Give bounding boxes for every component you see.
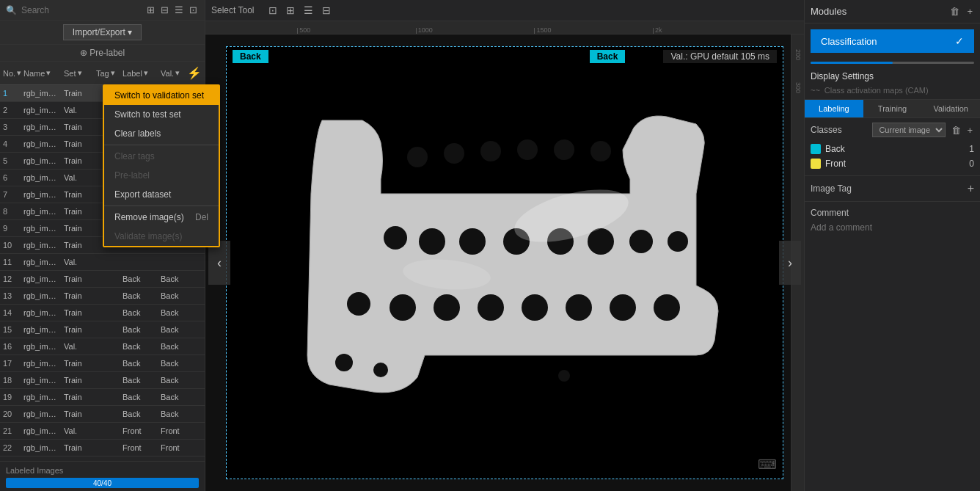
menu-item-switch-test[interactable]: Switch to test set [104, 105, 219, 124]
cell-label [120, 256, 158, 268]
search-input[interactable] [21, 5, 141, 15]
svg-point-24 [373, 363, 388, 377]
prelabel-bar: ⊕ Pre-label [0, 45, 205, 62]
table-header: No.▾ Name▾ Set▾ Tag▾ Label▾ Val.▾ ⚡ [0, 62, 205, 85]
tab-validation[interactable]: Validation [921, 100, 980, 117]
cell-val: Front [158, 442, 184, 454]
ruler-mark-500: 500 [297, 28, 310, 34]
display-settings-title: Display Settings [811, 71, 974, 81]
col-label[interactable]: Label▾ [120, 65, 158, 81]
right-panel: Modules 🗑 + Classification ✓ Display Set… [804, 0, 980, 491]
cell-set: Train [61, 121, 93, 133]
col-val[interactable]: Val.▾ [158, 65, 184, 81]
col-no[interactable]: No.▾ [0, 65, 21, 81]
cell-name: rgb_ima... [21, 341, 61, 352]
svg-point-8 [419, 228, 445, 255]
cell-val: Back [158, 307, 184, 319]
cell-set: Train [61, 273, 93, 285]
cell-val: Back [158, 273, 184, 285]
modules-delete-btn[interactable]: 🗑 [948, 4, 961, 18]
prelabel-button[interactable]: ⊕ Pre-label [80, 48, 125, 58]
import-export-button[interactable]: Import/Export ▾ [63, 24, 142, 40]
cell-name: rgb_ima... [21, 324, 61, 335]
svg-point-3 [480, 141, 501, 161]
cell-name: rgb_ima... [21, 442, 61, 454]
menu-item-switch-validation[interactable]: Switch to validation set [104, 86, 219, 105]
filter-icon1-btn[interactable]: ⊞ [145, 3, 156, 17]
col-tag[interactable]: Tag▾ [93, 65, 120, 81]
table-row[interactable]: 20 rgb_ima... Train Back Back [0, 406, 205, 423]
cell-label: Front [120, 459, 158, 461]
table-row[interactable]: 11 rgb_ima... Val. [0, 254, 205, 271]
class-name-front: Front [825, 159, 965, 169]
cell-name: rgb_ima... [21, 155, 61, 167]
cell-name: rgb_ima... [21, 290, 61, 302]
cell-name: rgb_ima... [21, 256, 61, 268]
col-name[interactable]: Name▾ [21, 65, 61, 81]
table-row[interactable]: 21 rgb_ima... Val. Front Front [0, 423, 205, 440]
svg-point-7 [384, 226, 407, 250]
menu-divider [104, 145, 219, 145]
classes-delete-btn[interactable]: 🗑 [950, 123, 962, 137]
table-row[interactable]: 14 rgb_ima... Train Back Back [0, 305, 205, 321]
cell-name: rgb_ima... [21, 206, 61, 217]
table-row[interactable]: 19 rgb_ima... Train Back Back [0, 389, 205, 406]
cell-tag [93, 256, 120, 268]
filter-icon2-btn[interactable]: ⊟ [159, 3, 170, 17]
ruler-row: 500 1000 1500 2k [205, 21, 804, 34]
svg-point-1 [407, 147, 428, 167]
table-row[interactable]: 16 rgb_ima... Val. Back Back [0, 338, 205, 355]
cell-set: Val. [61, 425, 93, 437]
nav-next-button[interactable]: › [779, 241, 801, 285]
cell-num: 1 [0, 87, 21, 99]
cell-set: Val. [61, 341, 93, 352]
table-row[interactable]: 13 rgb_ima... Train Back Back [0, 288, 205, 305]
tool-icon-4[interactable]: ⊟ [319, 3, 334, 18]
classification-button[interactable]: Classification ✓ [811, 29, 974, 53]
image-tag-add-btn[interactable]: + [968, 182, 974, 195]
modules-add-btn[interactable]: + [965, 4, 974, 18]
svg-point-4 [517, 139, 538, 160]
comment-input[interactable] [811, 222, 974, 233]
menu-item-remove-images[interactable]: Remove image(s)Del [104, 208, 219, 227]
cell-set: Train [61, 290, 93, 302]
tab-training[interactable]: Training [863, 100, 922, 117]
table-row[interactable]: 23 rgb_ima... Train Front Front [0, 457, 205, 461]
classes-add-btn[interactable]: + [965, 123, 974, 137]
cell-set: Train [61, 189, 93, 200]
svg-point-19 [522, 294, 548, 321]
current-image-dropdown[interactable]: Current image [872, 123, 946, 137]
table-row[interactable]: 22 rgb_ima... Train Front Front [0, 440, 205, 457]
cam-row: ~~ Class activation maps (CAM) [811, 86, 974, 95]
cell-name: rgb_ima... [21, 391, 61, 403]
canvas-image: Back Back Val.: GPU default 105 ms [226, 46, 783, 479]
tool-icon-1[interactable]: ⊡ [266, 3, 280, 18]
svg-point-2 [444, 143, 464, 164]
class-count-front: 0 [969, 159, 974, 169]
filter-icon4-btn[interactable]: ⊡ [188, 3, 199, 17]
mini-slider[interactable] [811, 62, 974, 64]
tool-icon-2[interactable]: ⊞ [283, 3, 298, 18]
svg-point-14 [668, 231, 688, 252]
cell-tag [93, 391, 120, 403]
cell-icon [184, 273, 205, 285]
cell-val: Back [158, 324, 184, 335]
col-set[interactable]: Set▾ [61, 65, 93, 81]
modules-icons: 🗑 + [948, 4, 974, 18]
filter-icon3-btn[interactable]: ☰ [173, 3, 185, 17]
canvas-area: ‹ Back Back Val.: GPU default 105 ms [205, 34, 804, 491]
tool-icon-3[interactable]: ☰ [301, 3, 316, 18]
ruler-mark-2k: 2k [653, 28, 662, 34]
tab-labeling[interactable]: Labeling [805, 100, 863, 117]
table-row[interactable]: 18 rgb_ima... Train Back Back [0, 372, 205, 389]
table-row[interactable]: 12 rgb_ima... Train Back Back [0, 271, 205, 288]
nav-prev-button[interactable]: ‹ [208, 241, 230, 285]
menu-item-clear-labels[interactable]: Clear labels [104, 124, 219, 143]
menu-item-export-dataset[interactable]: Export dataset [104, 185, 219, 204]
table-row[interactable]: 17 rgb_ima... Train Back Back [0, 355, 205, 372]
table-row[interactable]: 15 rgb_ima... Train Back Back [0, 321, 205, 338]
cell-icon [184, 459, 205, 461]
comment-title: Comment [811, 208, 974, 218]
classes-header: Classes Current image 🗑 + [811, 123, 974, 137]
cell-label: Back [120, 290, 158, 302]
